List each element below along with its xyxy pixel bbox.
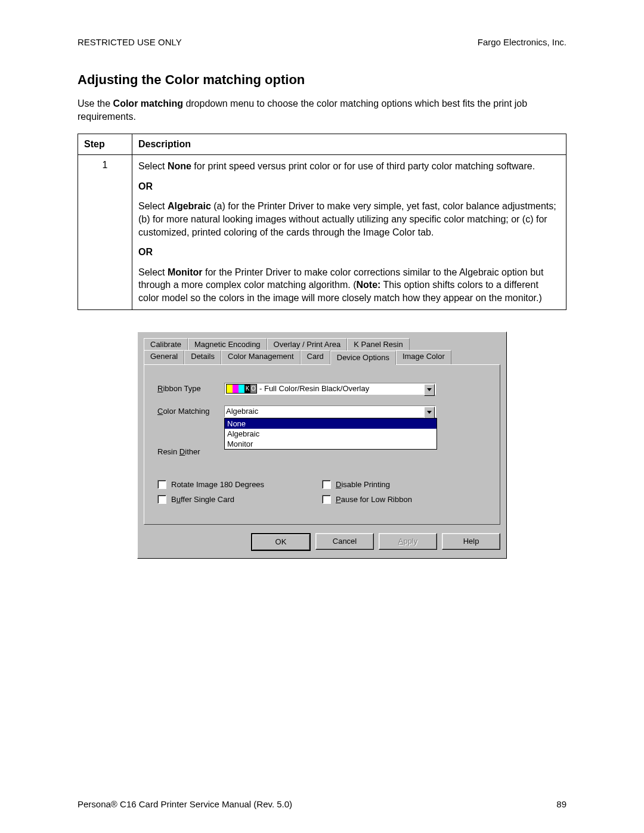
- color-matching-combo[interactable]: Algebraic: [224, 405, 436, 417]
- disable-printing-checkbox[interactable]: Disable Printing: [322, 480, 487, 489]
- col-step: Step: [78, 134, 132, 155]
- checkbox-group: Rotate Image 180 Degrees Buffer Single C…: [157, 480, 487, 510]
- checkbox-icon: [157, 495, 166, 504]
- step-number: 1: [78, 155, 132, 309]
- cancel-button[interactable]: Cancel: [315, 533, 374, 550]
- resin-dither-label: Resin Dither: [157, 446, 224, 456]
- checkbox-icon: [322, 480, 331, 489]
- color-matching-dropdown-button[interactable]: [424, 407, 435, 419]
- section-title: Adjusting the Color matching option: [78, 72, 566, 88]
- page-header: RESTRICTED USE ONLY Fargo Electronics, I…: [78, 37, 566, 47]
- step-description: Select None for print speed versus print…: [132, 155, 566, 309]
- page-footer: Persona® C16 Card Printer Service Manual…: [78, 799, 566, 809]
- color-matching-label: Color Matching: [157, 405, 224, 416]
- color-matching-option-none[interactable]: None: [225, 419, 436, 429]
- pause-low-ribbon-checkbox[interactable]: Pause for Low Ribbon: [322, 495, 487, 504]
- color-matching-value: Algebraic: [226, 407, 258, 416]
- device-options-panel: Ribbon Type KO - Full Color/Resin Black/…: [144, 364, 500, 525]
- apply-button[interactable]: Apply: [379, 533, 437, 550]
- color-matching-option-monitor[interactable]: Monitor: [225, 439, 436, 449]
- tab-card[interactable]: Card: [301, 350, 330, 364]
- color-matching-option-algebraic[interactable]: Algebraic: [225, 429, 436, 439]
- printer-properties-dialog: Calibrate Magnetic Encoding Overlay / Pr…: [137, 332, 507, 559]
- ribbon-type-dropdown-button[interactable]: [424, 384, 435, 396]
- help-button[interactable]: Help: [442, 533, 500, 550]
- tabs-row-top: Calibrate Magnetic Encoding Overlay / Pr…: [144, 338, 500, 350]
- header-right: Fargo Electronics, Inc.: [478, 37, 566, 47]
- checkbox-icon: [322, 495, 331, 504]
- tab-device-options[interactable]: Device Options: [330, 351, 396, 365]
- col-desc: Description: [132, 134, 566, 155]
- table-row: 1 Select None for print speed versus pri…: [78, 155, 566, 309]
- ribbon-ymcko-icon: KO: [226, 384, 257, 394]
- rotate-180-checkbox[interactable]: Rotate Image 180 Degrees: [157, 480, 322, 489]
- buffer-single-card-checkbox[interactable]: Buffer Single Card: [157, 495, 322, 504]
- tabs-row-bottom: General Details Color Management Card De…: [144, 350, 500, 364]
- header-left: RESTRICTED USE ONLY: [78, 37, 182, 47]
- color-matching-row: Color Matching Algebraic None Algebraic …: [157, 405, 487, 417]
- tab-k-panel-resin[interactable]: K Panel Resin: [347, 338, 409, 351]
- ribbon-type-combo[interactable]: KO - Full Color/Resin Black/Overlay: [224, 383, 436, 395]
- tab-image-color[interactable]: Image Color: [396, 350, 451, 364]
- checkbox-icon: [157, 480, 166, 489]
- tab-calibrate[interactable]: Calibrate: [144, 338, 188, 351]
- color-matching-dropdown-list: None Algebraic Monitor: [224, 418, 437, 450]
- ribbon-type-value: - Full Color/Resin Black/Overlay: [259, 384, 369, 393]
- steps-table: Step Description 1 Select None for print…: [78, 134, 566, 309]
- ribbon-type-row: Ribbon Type KO - Full Color/Resin Black/…: [157, 383, 487, 395]
- tab-color-management[interactable]: Color Management: [221, 350, 301, 364]
- footer-right: 89: [556, 799, 566, 809]
- tab-details[interactable]: Details: [184, 350, 221, 364]
- tab-general[interactable]: General: [144, 350, 184, 364]
- chevron-down-icon: [427, 411, 432, 414]
- ok-button[interactable]: OK: [251, 533, 311, 551]
- dialog-buttons: OK Cancel Apply Help: [144, 533, 500, 551]
- ribbon-type-label: Ribbon Type: [157, 383, 224, 393]
- chevron-down-icon: [427, 388, 432, 391]
- intro-paragraph: Use the Color matching dropdown menu to …: [78, 97, 566, 123]
- tab-overlay-print-area[interactable]: Overlay / Print Area: [267, 338, 348, 351]
- footer-left: Persona® C16 Card Printer Service Manual…: [78, 799, 292, 809]
- tab-magnetic-encoding[interactable]: Magnetic Encoding: [188, 338, 267, 351]
